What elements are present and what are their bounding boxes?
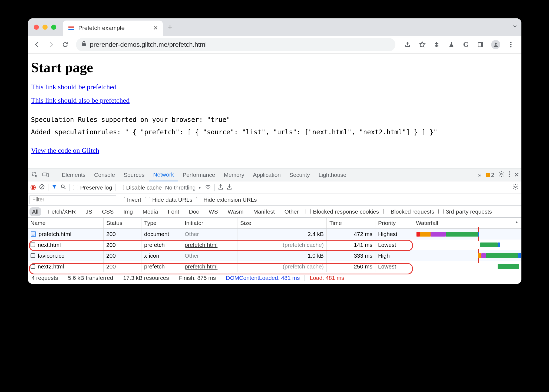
- tab-elements[interactable]: Elements: [58, 168, 90, 181]
- back-button[interactable]: [31, 39, 43, 51]
- tab-memory[interactable]: Memory: [220, 168, 248, 181]
- request-name: next2.html: [38, 263, 64, 270]
- table-row[interactable]: favicon.ico200x-iconOther1.0 kB333 msHig…: [28, 250, 521, 261]
- type-css[interactable]: CSS: [99, 207, 116, 216]
- hide-extension-urls-checkbox[interactable]: Hide extension URLs: [196, 197, 257, 203]
- minimize-window-button[interactable]: [42, 25, 48, 30]
- inspect-icon[interactable]: [30, 172, 40, 178]
- request-initiator[interactable]: prefetch.html: [182, 240, 237, 250]
- search-icon[interactable]: [60, 184, 66, 191]
- network-settings-icon[interactable]: [512, 184, 519, 191]
- filter-input[interactable]: [29, 195, 116, 204]
- file-icon: [31, 264, 35, 269]
- prefetch-link-2[interactable]: This link should also be prefetched: [31, 97, 518, 105]
- record-button[interactable]: [31, 185, 36, 190]
- export-har-icon[interactable]: [218, 184, 223, 191]
- type-all[interactable]: All: [29, 207, 41, 216]
- tab-console[interactable]: Console: [90, 168, 119, 181]
- devtools-tabs: Elements Console Sources Network Perform…: [28, 168, 521, 181]
- invert-checkbox[interactable]: Invert: [120, 197, 141, 203]
- reload-button[interactable]: [59, 39, 71, 51]
- svg-point-9: [510, 46, 511, 47]
- svg-point-25: [515, 186, 516, 188]
- google-icon[interactable]: G: [462, 41, 470, 49]
- tab-sources[interactable]: Sources: [120, 168, 148, 181]
- third-party-checkbox[interactable]: 3rd-party requests: [438, 208, 492, 215]
- address-bar[interactable]: prerender-demos.glitch.me/prefetch.html: [76, 38, 395, 51]
- type-img[interactable]: Img: [121, 207, 135, 216]
- tab-network[interactable]: Network: [149, 169, 178, 181]
- svg-line-21: [40, 185, 43, 188]
- status-transferred: 5.6 kB transferred: [63, 275, 118, 281]
- blocked-requests-checkbox[interactable]: Blocked requests: [383, 208, 434, 215]
- profile-avatar[interactable]: [491, 40, 500, 49]
- request-size: 1.0 kB: [237, 250, 327, 261]
- col-initiator[interactable]: Initiator: [182, 218, 237, 229]
- col-time[interactable]: Time: [327, 218, 375, 229]
- tab-security[interactable]: Security: [286, 168, 314, 181]
- network-conditions-icon[interactable]: [205, 184, 211, 191]
- browser-tab[interactable]: Prefetch example ✕: [63, 21, 163, 36]
- type-manifest[interactable]: Manifest: [250, 207, 277, 216]
- status-dcl: DOMContentLoaded: 481 ms: [221, 275, 305, 281]
- close-devtools-icon[interactable]: ✕: [514, 171, 519, 179]
- col-waterfall[interactable]: Waterfall▲: [413, 218, 521, 229]
- table-row[interactable]: next.html200prefetchprefetch.html(prefet…: [28, 240, 521, 250]
- col-priority[interactable]: Priority: [375, 218, 413, 229]
- new-tab-button[interactable]: +: [168, 22, 173, 32]
- prefetch-link-1[interactable]: This link should be prefetched: [31, 83, 518, 91]
- request-initiator[interactable]: prefetch.html: [182, 261, 237, 272]
- maximize-window-button[interactable]: [51, 25, 56, 30]
- preserve-log-checkbox[interactable]: Preserve log: [73, 184, 112, 191]
- settings-icon[interactable]: [498, 171, 505, 179]
- request-type: prefetch: [141, 261, 182, 272]
- type-js[interactable]: JS: [83, 207, 95, 216]
- network-toolbar: Preserve log Disable cache No throttling…: [28, 181, 521, 194]
- col-size[interactable]: Size: [237, 218, 327, 229]
- status-requests: 4 requests: [32, 275, 63, 281]
- table-row[interactable]: next2.html200prefetchprefetch.html(prefe…: [28, 261, 521, 272]
- col-status[interactable]: Status: [104, 218, 141, 229]
- import-har-icon[interactable]: [227, 184, 232, 191]
- request-name: next.html: [38, 242, 61, 248]
- tab-application[interactable]: Application: [249, 168, 285, 181]
- filter-icon[interactable]: [52, 184, 57, 191]
- tab-dropdown-icon[interactable]: [512, 24, 518, 31]
- disable-cache-checkbox[interactable]: Disable cache: [119, 184, 162, 191]
- tab-lighthouse[interactable]: Lighthouse: [315, 168, 350, 181]
- document-icon: [31, 231, 36, 237]
- forward-button[interactable]: [45, 39, 57, 51]
- labs-icon[interactable]: [447, 41, 455, 49]
- toolbar: prerender-demos.glitch.me/prefetch.html …: [28, 36, 521, 54]
- hide-data-urls-checkbox[interactable]: Hide data URLs: [145, 197, 192, 203]
- type-media[interactable]: Media: [140, 207, 161, 216]
- lock-icon: [81, 41, 86, 48]
- extensions-icon[interactable]: [433, 41, 441, 49]
- glitch-link[interactable]: View the code on Glitch: [31, 147, 518, 155]
- close-window-button[interactable]: [34, 25, 39, 30]
- type-fetch[interactable]: Fetch/XHR: [45, 207, 79, 216]
- request-time: 141 ms: [327, 240, 375, 250]
- share-icon[interactable]: [404, 41, 412, 49]
- blocked-cookies-checkbox[interactable]: Blocked response cookies: [306, 208, 379, 215]
- clear-button[interactable]: [39, 184, 45, 191]
- table-row[interactable]: prefetch.html200documentOther2.4 kB472 m…: [28, 229, 521, 240]
- issues-badge[interactable]: 2: [485, 172, 494, 178]
- throttling-select[interactable]: No throttling ▼: [165, 184, 201, 191]
- type-font[interactable]: Font: [165, 207, 182, 216]
- bookmark-icon[interactable]: [418, 41, 426, 49]
- kebab-icon[interactable]: [508, 171, 510, 178]
- favicon-icon: [68, 25, 75, 32]
- type-doc[interactable]: Doc: [186, 207, 202, 216]
- close-tab-icon[interactable]: ✕: [153, 25, 158, 32]
- col-type[interactable]: Type: [141, 218, 182, 229]
- tab-performance[interactable]: Performance: [179, 168, 219, 181]
- col-name[interactable]: Name: [28, 218, 104, 229]
- side-panel-icon[interactable]: [477, 41, 485, 49]
- more-tabs-icon[interactable]: »: [478, 172, 481, 178]
- menu-icon[interactable]: [507, 41, 515, 49]
- type-wasm[interactable]: Wasm: [225, 207, 246, 216]
- device-toggle-icon[interactable]: [41, 172, 51, 178]
- type-other[interactable]: Other: [282, 207, 302, 216]
- type-ws[interactable]: WS: [206, 207, 221, 216]
